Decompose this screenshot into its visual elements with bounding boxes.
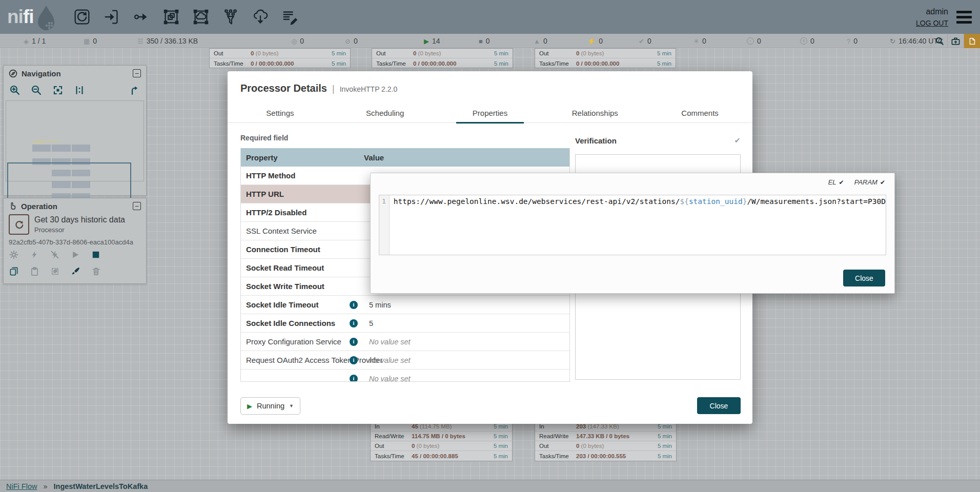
property-name: Request OAuth2 Access Token Provider xyxy=(241,356,350,364)
verification-check-icon[interactable]: ✔ xyxy=(734,136,741,145)
editor-close-button[interactable]: Close xyxy=(843,270,885,286)
http-url-value[interactable]: https://www.pegelonline.wsv.de/webservic… xyxy=(390,195,886,255)
nifi-logo: nifi xyxy=(7,2,57,32)
tab-settings[interactable]: Settings xyxy=(228,103,333,122)
running-state-icon: ▶ xyxy=(247,402,252,410)
property-name: SSL Context Service xyxy=(241,227,350,235)
dialog-close-button[interactable]: Close xyxy=(697,397,741,414)
run-state-label: Running xyxy=(257,402,284,410)
run-state-button[interactable]: ▶ Running ▼ xyxy=(240,397,300,415)
value-editor-popup: EL✔ PARAM✔ 1 https://www.pegelonline.wsv… xyxy=(370,173,895,294)
property-value: 5 mins xyxy=(369,301,391,309)
property-name: HTTP/2 Disabled xyxy=(241,208,350,217)
check-icon: ✔ xyxy=(880,179,885,186)
logo-text-fi: fi xyxy=(23,6,34,27)
nifi-droplet-icon xyxy=(35,5,57,31)
required-field-label: Required field xyxy=(240,134,288,142)
chevron-down-icon: ▼ xyxy=(289,403,294,408)
property-name: Socket Read Timeout xyxy=(241,263,350,272)
logout-link[interactable]: LOG OUT xyxy=(916,18,948,29)
global-menu-icon[interactable] xyxy=(956,11,972,24)
table-header: Property Value xyxy=(241,148,569,167)
tab-properties[interactable]: Properties xyxy=(438,103,543,122)
logo-text-ni: ni xyxy=(7,6,23,27)
property-value: No value set xyxy=(369,356,411,364)
dialog-tabs: Settings Scheduling Properties Relations… xyxy=(228,103,752,123)
process-group-icon[interactable] xyxy=(161,7,181,27)
app-header: nifi admin xyxy=(0,0,980,34)
property-name: HTTP Method xyxy=(241,171,350,180)
info-icon[interactable]: i xyxy=(350,356,358,364)
tab-relationships[interactable]: Relationships xyxy=(542,103,647,122)
info-icon[interactable]: i xyxy=(350,338,358,346)
table-row[interactable]: Socket Idle Timeout i 5 mins xyxy=(241,296,569,314)
output-port-icon[interactable] xyxy=(131,7,152,27)
label-icon[interactable] xyxy=(280,7,300,27)
property-name: Socket Write Timeout xyxy=(241,282,350,291)
property-name: Proxy Configuration Service xyxy=(241,337,350,346)
line-number-gutter: 1 xyxy=(379,195,390,255)
value-code-editor[interactable]: 1 https://www.pegelonline.wsv.de/webserv… xyxy=(379,195,886,255)
property-value: No value set xyxy=(369,375,411,382)
table-row[interactable]: Proxy Configuration Service i No value s… xyxy=(241,333,569,351)
property-name: Connection Timeout xyxy=(241,245,350,254)
property-value: No value set xyxy=(369,338,411,346)
expression-parameter: station_uuid xyxy=(689,197,743,206)
input-port-icon[interactable] xyxy=(101,7,122,27)
column-property: Property xyxy=(241,153,364,162)
param-supported-badge: PARAM✔ xyxy=(854,178,885,186)
component-toolbar xyxy=(72,7,300,27)
table-row[interactable]: i No value set xyxy=(241,370,569,382)
remote-process-group-icon[interactable] xyxy=(191,7,211,27)
property-name: Socket Idle Timeout xyxy=(241,300,350,309)
current-user: admin xyxy=(916,6,948,18)
verification-title: Verification xyxy=(575,136,734,145)
property-name: Socket Idle Connections xyxy=(241,319,350,327)
info-icon[interactable]: i xyxy=(350,301,358,309)
info-icon[interactable]: i xyxy=(350,375,358,382)
title-separator: | xyxy=(332,84,335,94)
funnel-icon[interactable] xyxy=(220,7,241,27)
dialog-title: Processor Details xyxy=(240,83,327,94)
processor-icon[interactable] xyxy=(72,7,92,27)
check-icon: ✔ xyxy=(839,179,844,186)
tab-scheduling[interactable]: Scheduling xyxy=(333,103,438,122)
el-supported-badge: EL✔ xyxy=(828,178,844,186)
info-icon[interactable]: i xyxy=(350,319,358,327)
template-icon[interactable] xyxy=(250,7,271,27)
table-row[interactable]: Socket Idle Connections i 5 xyxy=(241,314,569,333)
tab-comments[interactable]: Comments xyxy=(647,103,752,122)
property-name: HTTP URL xyxy=(241,190,350,198)
property-value: 5 xyxy=(369,319,373,327)
processor-type-version: InvokeHTTP 2.2.0 xyxy=(340,85,398,93)
column-value: Value xyxy=(364,153,384,162)
table-row[interactable]: Request OAuth2 Access Token Provider i N… xyxy=(241,351,569,370)
